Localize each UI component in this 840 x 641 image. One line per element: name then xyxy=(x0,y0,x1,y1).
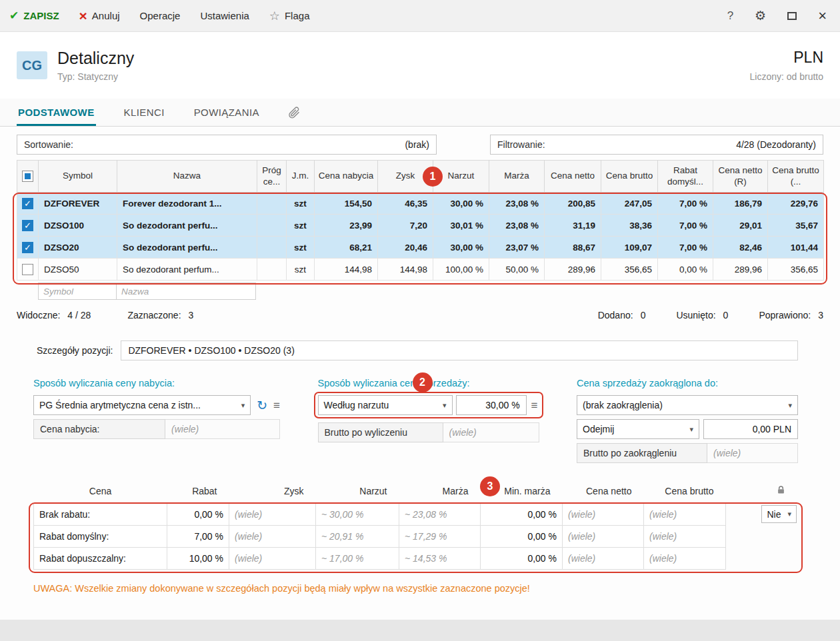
column-header-name[interactable]: Nazwa xyxy=(117,161,257,193)
lock-select[interactable]: Nie▾ xyxy=(761,505,797,523)
sort-bar[interactable]: Sortowanie: (brak) xyxy=(17,135,437,155)
column-header-default-discount[interactable]: Rabat domyśl... xyxy=(658,161,713,193)
refresh-icon[interactable]: ↻ xyxy=(257,399,267,412)
purchase-method-section: Sposób wyliczania ceny nabycia: PG Średn… xyxy=(33,378,280,463)
purchase-price-cell: 23,99 xyxy=(315,215,378,237)
min-margin-cell[interactable]: 0,00 % xyxy=(481,547,563,569)
price-level-label: Rabat domyślny: xyxy=(34,525,167,547)
annotation-badge-2: 2 xyxy=(413,372,433,392)
lock-cell[interactable]: Nie▾ xyxy=(726,503,799,525)
name-cell: Forever dezodorant 1... xyxy=(117,193,257,215)
purchase-method-select[interactable]: PG Średnia arytmetyczna cena z istn... ▾ xyxy=(33,395,251,415)
discount-cell[interactable]: 10,00 % xyxy=(167,547,229,569)
tab-bar: PODSTAWOWE KLIENCI POWIĄZANIA xyxy=(0,99,840,127)
row-checkbox[interactable] xyxy=(22,264,33,275)
currency-note: Liczony: od brutto xyxy=(749,71,823,82)
gross-after-round-value[interactable]: (wiele) xyxy=(707,443,798,463)
menu-icon[interactable]: ≡ xyxy=(273,400,280,411)
product-row[interactable]: DZSO50So dezodorant perfum...szt144,9814… xyxy=(17,259,824,281)
chevron-down-icon: ▾ xyxy=(784,401,792,410)
net-price-cell: (wiele) xyxy=(563,503,644,525)
added-counter: Dodano:0 xyxy=(598,310,646,320)
min-margin-cell[interactable]: 0,00 % xyxy=(481,525,563,547)
save-button[interactable]: ✔ ZAPISZ xyxy=(9,9,59,23)
product-row[interactable]: ✓DZSO20So dezodorant perfu...szt68,2120,… xyxy=(17,237,824,259)
purchase-price-cell: 68,21 xyxy=(315,237,378,259)
removed-counter: Usunięto:0 xyxy=(676,310,728,320)
attachment-paperclip-icon[interactable] xyxy=(287,99,301,126)
price-threshold-cell xyxy=(257,193,287,215)
chevron-down-icon: ▾ xyxy=(439,401,447,410)
sale-method-select[interactable]: Według narzutu ▾ xyxy=(318,395,453,415)
gross-after-calc-value[interactable]: (wiele) xyxy=(443,422,539,442)
product-row[interactable]: ✓DZFOREVERForever dezodorant 1...szt154,… xyxy=(17,193,824,215)
default-discount-cell: 0,00 % xyxy=(658,259,713,281)
close-icon[interactable]: × xyxy=(818,9,827,23)
price-threshold-cell xyxy=(257,259,287,281)
symbol-cell: DZSO100 xyxy=(39,215,117,237)
column-header-gross-price[interactable]: Cena brutto xyxy=(601,161,658,193)
rounding-select[interactable]: (brak zaokrąglenia) ▾ xyxy=(577,395,798,415)
profit-cell: 7,20 xyxy=(378,215,433,237)
subtract-select[interactable]: Odejmij ▾ xyxy=(577,419,699,439)
column-header-gross-price-r[interactable]: Cena brutto (... xyxy=(768,161,824,193)
profit-cell: (wiele) xyxy=(229,547,316,569)
subtract-value-label: Odejmij xyxy=(583,424,614,434)
select-all-header[interactable] xyxy=(17,161,39,193)
gross-price-cell: (wiele) xyxy=(644,547,726,569)
lock-cell xyxy=(726,547,799,569)
price-column-header-profit: Zysk xyxy=(229,483,316,503)
markup-percent-input[interactable]: 30,00 % xyxy=(456,395,527,415)
tab-powiazania[interactable]: POWIĄZANIA xyxy=(193,99,261,126)
row-checkbox[interactable]: ✓ xyxy=(22,220,33,231)
margin-cell: 23,08 % xyxy=(489,193,545,215)
cancel-button[interactable]: × Anuluj xyxy=(79,9,120,23)
column-header-unit[interactable]: J.m. xyxy=(287,161,315,193)
symbol-filter-input[interactable] xyxy=(38,283,117,300)
purchase-price-value[interactable]: (wiele) xyxy=(165,419,280,439)
profit-cell: 20,46 xyxy=(378,237,433,259)
settings-menu[interactable]: Ustawienia xyxy=(200,10,249,21)
settings-menu-label: Ustawienia xyxy=(200,10,249,21)
maximize-icon[interactable] xyxy=(787,12,797,20)
margin-cell: ~ 23,08 % xyxy=(399,503,481,525)
name-filter-input[interactable] xyxy=(116,283,256,300)
markup-cell: 100,00 % xyxy=(433,259,489,281)
product-row[interactable]: ✓DZSO100So dezodorant perfu...szt23,997,… xyxy=(17,215,824,237)
visible-counter: Widoczne:4 / 28 xyxy=(17,310,91,320)
discount-cell[interactable]: 7,00 % xyxy=(167,525,229,547)
net-price-cell: 88,67 xyxy=(545,237,601,259)
cancel-x-icon: × xyxy=(79,9,87,23)
flag-button[interactable]: ☆ Flaga xyxy=(269,9,310,23)
profit-cell: (wiele) xyxy=(229,525,316,547)
help-icon[interactable]: ? xyxy=(727,9,733,23)
tab-podstawowe[interactable]: PODSTAWOWE xyxy=(17,99,96,126)
column-header-symbol[interactable]: Symbol xyxy=(39,161,117,193)
markup-cell: ~ 20,91 % xyxy=(316,525,399,547)
discount-cell[interactable]: 0,00 % xyxy=(167,503,229,525)
row-checkbox[interactable]: ✓ xyxy=(22,242,33,253)
column-header-net-price-r[interactable]: Cena netto (R) xyxy=(713,161,768,193)
page-subtitle: Typ: Statyczny xyxy=(57,71,134,82)
tab-klienci[interactable]: KLIENCI xyxy=(123,99,166,126)
column-filter-row xyxy=(17,283,823,300)
gross-after-round-label: Brutto po zaokrągleniu xyxy=(577,443,707,463)
unit-cell: szt xyxy=(287,215,315,237)
gear-icon[interactable]: ⚙ xyxy=(755,8,766,23)
products-table: SymbolNazwaPróg ce...J.m.Cena nabyciaZys… xyxy=(17,160,824,281)
menu-icon[interactable]: ≡ xyxy=(531,400,538,411)
gross-price-cell: 356,65 xyxy=(601,259,658,281)
rounding-section-title: Cena sprzedaży zaokrąglona do: xyxy=(577,378,798,388)
select-all-checkbox[interactable] xyxy=(22,171,33,182)
subtract-amount-input[interactable]: 0,00 PLN xyxy=(703,419,798,439)
column-header-net-price[interactable]: Cena netto xyxy=(545,161,601,193)
column-header-price-threshold[interactable]: Próg ce... xyxy=(257,161,287,193)
column-header-purchase-price[interactable]: Cena nabycia xyxy=(315,161,378,193)
min-margin-cell[interactable]: 0,00 % xyxy=(481,503,563,525)
column-header-margin[interactable]: Marża xyxy=(489,161,545,193)
filter-bar[interactable]: Filtrowanie: 4/28 (Dezodoranty) xyxy=(490,135,823,155)
row-checkbox[interactable]: ✓ xyxy=(22,198,33,209)
margin-cell: 23,07 % xyxy=(489,237,545,259)
operations-menu[interactable]: Operacje xyxy=(140,10,181,21)
price-level-row: Brak rabatu:0,00 %(wiele)~ 30,00 %~ 23,0… xyxy=(34,503,799,525)
